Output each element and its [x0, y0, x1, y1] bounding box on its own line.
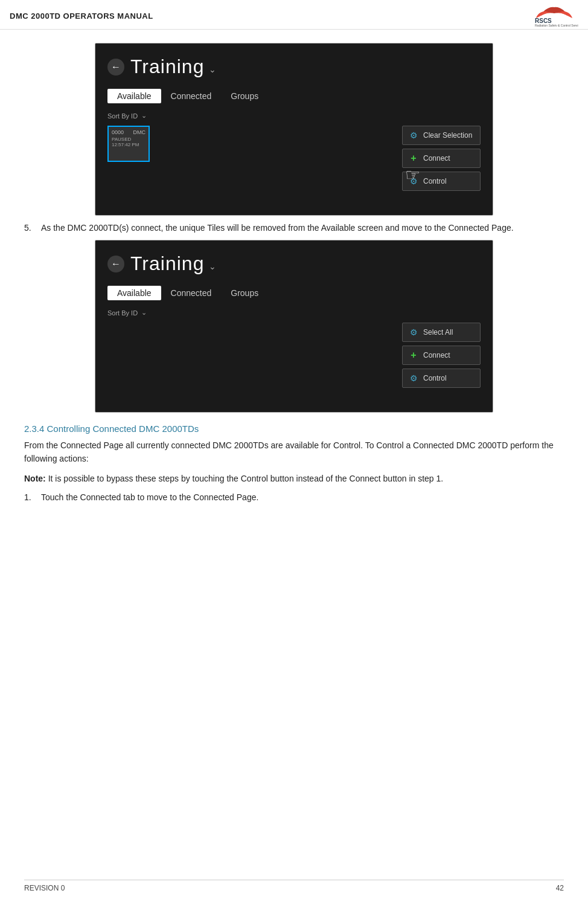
tabs-row-1: Available Connected Groups [107, 89, 481, 103]
note-label: Note: [24, 474, 46, 483]
note-paragraph: Note: It is possible to bypass these ste… [24, 472, 564, 485]
plus-icon-1: + [409, 153, 418, 163]
plus-icon-2: + [409, 350, 418, 360]
select-all-label: Select All [423, 328, 453, 337]
control-btn-1[interactable]: ⚙ Control [402, 172, 481, 191]
control-btn-2[interactable]: ⚙ Control [402, 369, 481, 388]
page-content: ← Training ⌄ Available Connected Groups … [0, 30, 588, 519]
tile-top-1: 0000 DMC [112, 129, 145, 135]
step-5: 5. As the DMC 2000TD(s) connect, the uni… [24, 223, 564, 233]
control-label-2: Control [423, 374, 447, 382]
tab-available-1[interactable]: Available [107, 89, 161, 103]
content-area-1: 0000 DMC PAUSED 12:57:42 PM ⚙ Clear Sele… [107, 126, 481, 191]
connect-label-2: Connect [423, 351, 450, 359]
tab-groups-1[interactable]: Groups [221, 89, 268, 103]
section-heading: 2.3.4 Controlling Connected DMC 2000TDs [24, 424, 564, 434]
tabs-row-2: Available Connected Groups [107, 286, 481, 300]
connect-btn-2[interactable]: + Connect [402, 346, 481, 365]
page-number: 42 [556, 884, 564, 892]
title-row-1: ← Training ⌄ [107, 56, 481, 78]
back-icon-2: ← [111, 259, 121, 269]
rscs-logo: RSCS Radiation Safety & Control Services [530, 5, 578, 27]
sort-label-1: Sort By ID [107, 112, 138, 120]
sort-dropdown-1[interactable]: ⌄ [141, 112, 147, 120]
step-1: 1. Touch the Connected tab to move to th… [24, 492, 564, 502]
dark-ui-2: ← Training ⌄ Available Connected Groups … [95, 240, 493, 412]
connect-label-1: Connect [423, 154, 450, 163]
screen-title-1: Training [130, 56, 204, 78]
clear-selection-label: Clear Selection [423, 131, 472, 140]
gear-icon-1: ⚙ [409, 130, 418, 140]
title-dropdown-1[interactable]: ⌄ [209, 65, 216, 74]
revision-label: REVISION 0 [24, 884, 65, 892]
note-body: It is possible to bypass these steps by … [46, 474, 443, 483]
title-dropdown-2[interactable]: ⌄ [209, 262, 216, 271]
tab-connected-2[interactable]: Connected [161, 286, 222, 300]
sort-dropdown-2[interactable]: ⌄ [141, 309, 147, 317]
screenshot-1: ← Training ⌄ Available Connected Groups … [95, 43, 493, 216]
screen-title-2: Training [130, 253, 204, 275]
svg-text:Radiation Safety & Control Ser: Radiation Safety & Control Services [535, 24, 578, 27]
cog-icon-1: ⚙ [409, 176, 418, 186]
title-row-2: ← Training ⌄ [107, 253, 481, 275]
tab-available-2[interactable]: Available [107, 286, 161, 300]
logo-area: RSCS Radiation Safety & Control Services [530, 5, 578, 27]
step-1-text: Touch the Connected tab to move to the C… [41, 492, 258, 502]
step-1-number: 1. [24, 492, 36, 502]
step-5-text: As the DMC 2000TD(s) connect, the unique… [41, 223, 514, 233]
sort-label-2: Sort By ID [107, 309, 138, 317]
sort-row-1: Sort By ID ⌄ [107, 112, 481, 120]
document-title: DMC 2000TD OPERATORS MANUAL [10, 11, 153, 21]
tile-id-1: 0000 [112, 129, 124, 135]
page-footer: REVISION 0 42 [24, 880, 564, 892]
cog-icon-2: ⚙ [409, 373, 418, 383]
dark-ui-1: ← Training ⌄ Available Connected Groups … [95, 43, 493, 215]
section-body: From the Connected Page all currently co… [24, 439, 564, 466]
step-5-number: 5. [24, 223, 36, 233]
back-button-1[interactable]: ← [107, 59, 124, 76]
gear-icon-2: ⚙ [409, 327, 418, 337]
control-label-1: Control [423, 177, 447, 185]
tiles-area-1: 0000 DMC PAUSED 12:57:42 PM [107, 126, 396, 162]
tile-sub1-1: PAUSED [112, 137, 131, 142]
right-panel-1: ⚙ Clear Selection + Connect ⚙ Control [402, 126, 481, 191]
tab-groups-2[interactable]: Groups [221, 286, 268, 300]
back-button-2[interactable]: ← [107, 256, 124, 272]
page-header: DMC 2000TD OPERATORS MANUAL RSCS Radiati… [0, 0, 588, 30]
tile-sub2-1: 12:57:42 PM [112, 142, 139, 147]
tab-connected-1[interactable]: Connected [161, 89, 222, 103]
device-tile-1[interactable]: 0000 DMC PAUSED 12:57:42 PM [107, 126, 150, 162]
tile-name-1: DMC [133, 129, 146, 135]
back-icon-1: ← [111, 62, 121, 72]
right-panel-2: ⚙ Select All + Connect ⚙ Control [402, 323, 481, 388]
select-all-btn[interactable]: ⚙ Select All [402, 323, 481, 342]
connect-btn-1[interactable]: + Connect [402, 149, 481, 168]
sort-row-2: Sort By ID ⌄ [107, 309, 481, 317]
content-area-2: ⚙ Select All + Connect ⚙ Control [107, 323, 481, 388]
clear-selection-btn[interactable]: ⚙ Clear Selection [402, 126, 481, 145]
screenshot-2: ← Training ⌄ Available Connected Groups … [95, 240, 493, 413]
